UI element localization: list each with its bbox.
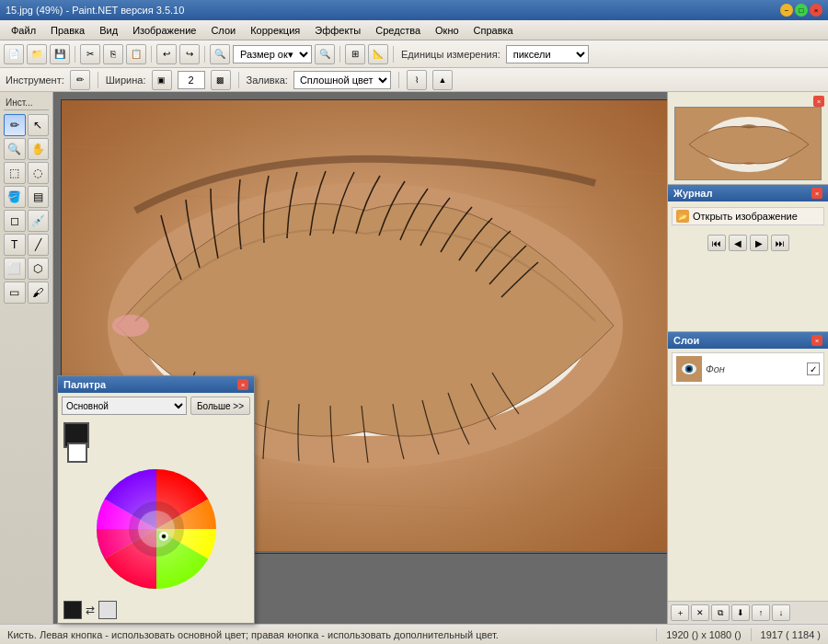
eraser-tool[interactable]: ◻ [4,210,26,232]
zoom-select[interactable]: Размер ок▾ 25% 49% 100% [233,45,312,63]
menu-edit[interactable]: Правка [43,23,92,38]
menu-correction[interactable]: Коррекция [243,23,307,38]
minimize-button[interactable]: − [780,4,793,17]
grid-button[interactable]: ⊞ [345,44,365,64]
toolbar-sep-2 [151,46,152,63]
palette-more-btn[interactable]: Больше >> [190,397,250,415]
back-color-box[interactable] [98,601,117,619]
rect-tool[interactable]: ⬜ [4,258,26,280]
eyedropper-tool[interactable]: 💉 [28,210,50,232]
layers-close[interactable]: × [811,335,822,346]
fill-select[interactable]: Сплошной цвет Нет заливки Градиент [293,71,391,89]
menu-tools[interactable]: Средства [368,23,428,38]
layer-visibility[interactable]: ✓ [807,362,820,375]
palette-close[interactable]: × [237,379,248,390]
toolbar-sep-3 [204,46,205,63]
width-plus[interactable]: ▩ [211,70,231,90]
save-button[interactable]: 💾 [50,44,70,64]
journal-last-btn[interactable]: ⏭ [771,235,789,251]
journal-first-btn[interactable]: ⏮ [707,235,726,251]
delete-layer-btn[interactable]: ✕ [691,604,709,621]
tool-row-8: ▭ 🖌 [4,282,49,304]
zoom-tool[interactable]: 🔍 [4,138,26,160]
blend-btn[interactable]: ▲ [432,70,453,90]
cut-button[interactable]: ✂ [80,44,100,64]
close-button[interactable]: × [810,4,822,17]
thumbnail-close[interactable]: × [813,96,824,107]
journal-open-icon: 📂 [676,210,689,223]
main-toolbar: 📄 📁 💾 ✂ ⎘ 📋 ↩ ↪ 🔍 Размер ок▾ 25% 49% 100… [0,40,828,68]
journal-prev-btn[interactable]: ◀ [729,235,747,251]
swap-colors-icon[interactable]: ⇄ [86,604,95,616]
hand-tool[interactable]: ✋ [28,138,50,160]
tool-row-7: ⬜ ⬡ [4,258,49,280]
right-panels: × [667,92,828,624]
maximize-button[interactable]: □ [795,4,808,17]
new-button[interactable]: 📄 [4,44,24,64]
status-bar: Кисть. Левая кнопка - использовать основ… [0,624,828,644]
duplicate-layer-btn[interactable]: ⧉ [711,604,730,621]
copy-button[interactable]: ⎘ [103,44,123,64]
menu-effects[interactable]: Эффекты [307,23,368,38]
thumbnail-panel: × [668,92,828,185]
status-text: Кисть. Левая кнопка - использовать основ… [7,629,647,640]
journal-item-open[interactable]: 📂 Открыть изображение [672,207,824,225]
tool-options-bar: Инструмент: ✏ Ширина: ▣ ▩ Заливка: Сплош… [0,68,828,92]
journal-title: Журнал [673,188,811,199]
thumbnail-image [674,107,822,180]
menu-view[interactable]: Вид [92,23,125,38]
color-wheel[interactable] [92,465,221,593]
menu-layers[interactable]: Слои [203,23,243,38]
open-button[interactable]: 📁 [27,44,47,64]
palette-mode-select[interactable]: Основной Дополнительный [62,397,187,415]
journal-next-btn[interactable]: ▶ [750,235,768,251]
pencil-tool[interactable]: ✏ [4,114,26,136]
ellipse-tool[interactable]: ⬡ [28,258,50,280]
journal-nav: ⏮ ◀ ▶ ⏭ [668,231,828,255]
zoom-in-button[interactable]: 🔍 [315,44,335,64]
menu-help[interactable]: Справка [466,23,521,38]
paste-button[interactable]: 📋 [126,44,146,64]
secondary-color-swatch[interactable] [67,443,87,463]
status-cursor: 1917 ( 1184 ) [761,629,821,640]
brush-tool[interactable]: 🖌 [28,282,50,304]
menu-file[interactable]: Файл [4,23,43,38]
palette-title: Палитра [63,379,237,390]
svg-point-40 [112,315,149,337]
merge-layer-btn[interactable]: ⬇ [731,604,750,621]
paintbucket-tool[interactable]: 🪣 [4,186,26,208]
fill-label: Заливка: [247,75,288,86]
palette-header: Палитра × [58,376,254,393]
width-minus[interactable]: ▣ [152,70,172,90]
line-tool[interactable]: ╱ [28,234,50,256]
zoom-out-button[interactable]: 🔍 [210,44,230,64]
fore-color-box[interactable] [63,601,82,619]
width-input[interactable] [178,71,205,89]
units-select[interactable]: пиксели дюймы сантиметры [506,45,589,63]
lasso-tool[interactable]: ◌ [28,162,50,184]
layer-down-btn[interactable]: ↓ [772,604,790,621]
journal-content: 📂 Открыть изображение [668,201,828,231]
antialiasing-btn[interactable]: ⌇ [407,70,427,90]
rounded-rect-tool[interactable]: ▭ [4,282,26,304]
toolbar-sep-5 [393,46,394,63]
rect-select-tool[interactable]: ⬚ [4,162,26,184]
gradient-tool[interactable]: ▤ [28,186,50,208]
svg-point-53 [162,535,166,538]
menu-window[interactable]: Окно [428,23,466,38]
menu-image[interactable]: Изображение [125,23,203,38]
text-tool[interactable]: T [4,234,26,256]
current-tool-btn[interactable]: ✏ [70,70,90,90]
select-tool[interactable]: ↖ [28,114,50,136]
toolbar-sep-1 [75,46,75,63]
toolbox-title: Инст... [4,96,49,110]
layer-thumbnail [676,356,702,382]
layer-item[interactable]: Фон ✓ [672,352,824,385]
journal-close[interactable]: × [811,188,822,199]
layer-up-btn[interactable]: ↑ [752,604,770,621]
status-sep-1 [656,628,657,641]
ruler-button[interactable]: 📐 [368,44,388,64]
undo-button[interactable]: ↩ [156,44,177,64]
add-layer-btn[interactable]: ＋ [671,604,689,621]
redo-button[interactable]: ↪ [179,44,200,64]
